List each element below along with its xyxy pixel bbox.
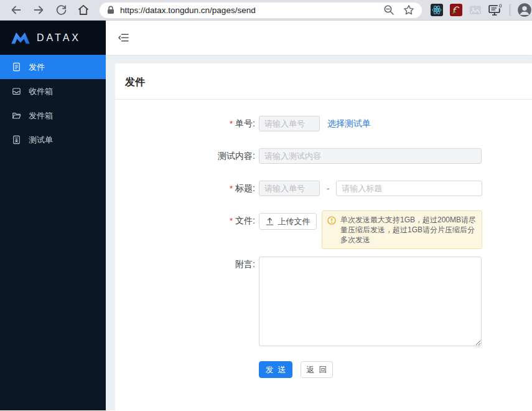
title-input[interactable] xyxy=(336,181,482,196)
title-prefix-input[interactable] xyxy=(259,181,320,196)
app-shell: DATAX 发件 收件箱 发件箱 xyxy=(0,21,532,410)
form-actions: 发送 返回 xyxy=(115,361,532,378)
file-field: 上传文件 单次发送最大支持1GB，超过200MB请尽量压缩后发送，超过1GB请分… xyxy=(259,213,482,249)
sidebar: DATAX 发件 收件箱 发件箱 xyxy=(0,21,106,410)
required-marker: * xyxy=(230,119,233,128)
main-area: 发件 *单号: 选择测试单 xyxy=(106,21,532,410)
title-label: *标题: xyxy=(115,181,255,194)
toolbar-divider xyxy=(510,4,510,16)
sidebar-item-inbox[interactable]: 收件箱 xyxy=(0,79,106,103)
url-text[interactable]: https://datax.tongdun.cn/pages/send xyxy=(120,6,256,15)
topbar xyxy=(106,21,532,55)
sidebar-menu: 发件 收件箱 发件箱 测试单 xyxy=(0,55,106,152)
sidebar-item-send[interactable]: 发件 xyxy=(0,55,106,79)
order-number-field: 选择测试单 xyxy=(259,116,371,131)
upload-file-button[interactable]: 上传文件 xyxy=(259,213,317,230)
title-separator: - xyxy=(327,184,329,193)
send-file-icon xyxy=(12,62,21,72)
upload-icon xyxy=(266,217,274,225)
required-marker: * xyxy=(230,216,233,225)
datax-logo: DATAX xyxy=(0,21,106,55)
logo-text: DATAX xyxy=(37,32,81,44)
sidebar-item-outbox[interactable]: 发件箱 xyxy=(0,103,106,128)
outbox-folder-icon xyxy=(12,111,21,120)
home-icon[interactable] xyxy=(77,4,90,16)
test-order-icon xyxy=(12,135,21,144)
select-test-order-link[interactable]: 选择测试单 xyxy=(327,118,371,130)
test-content-field xyxy=(259,148,482,164)
reload-icon[interactable] xyxy=(55,4,67,16)
note-field xyxy=(259,257,482,346)
required-marker: * xyxy=(230,184,233,193)
sidebar-item-label: 发件 xyxy=(29,62,45,73)
warning-text: 单次发送最大支持1GB，超过200MB请尽量压缩后发送，超过1GB请分片压缩后分… xyxy=(340,215,476,244)
back-button[interactable]: 返回 xyxy=(301,361,333,378)
lock-icon xyxy=(107,6,114,14)
content-area: 发件 *单号: 选择测试单 xyxy=(106,55,532,410)
note-label: 附言: xyxy=(115,257,255,270)
order-number-label: *单号: xyxy=(115,116,255,130)
note-row: 附言: xyxy=(115,257,532,346)
flash-extension-icon[interactable] xyxy=(450,4,462,16)
test-content-row: 测试内容: xyxy=(115,148,532,164)
send-button[interactable]: 发送 xyxy=(259,361,292,378)
react-extension-icon[interactable] xyxy=(431,4,443,16)
test-content-input[interactable] xyxy=(259,148,482,164)
send-form-card: 发件 *单号: 选择测试单 xyxy=(115,64,532,410)
file-label: *文件: xyxy=(115,213,255,227)
title-field: - xyxy=(259,181,482,196)
order-number-row: *单号: 选择测试单 xyxy=(115,116,532,131)
sidebar-item-test-order[interactable]: 测试单 xyxy=(0,128,106,152)
address-bar[interactable]: https://datax.tongdun.cn/pages/send xyxy=(100,2,422,18)
browser-toolbar: https://datax.tongdun.cn/pages/send 0 xyxy=(0,0,532,21)
upload-button-label: 上传文件 xyxy=(278,216,310,227)
warning-info-icon xyxy=(327,216,336,227)
back-icon[interactable] xyxy=(10,4,22,16)
test-content-label: 测试内容: xyxy=(115,148,255,162)
inbox-icon xyxy=(12,87,21,96)
order-number-input[interactable] xyxy=(259,116,320,131)
datax-logo-mark-icon xyxy=(10,31,31,45)
menu-fold-icon[interactable] xyxy=(118,33,129,42)
note-textarea[interactable] xyxy=(259,257,482,346)
title-row: *标题: - xyxy=(115,181,532,196)
bookmark-star-icon[interactable] xyxy=(403,4,414,16)
sidebar-item-label: 测试单 xyxy=(29,135,53,146)
upload-size-warning: 单次发送最大支持1GB，超过200MB请尽量压缩后发送，超过1GB请分片压缩后分… xyxy=(322,210,482,249)
page-title: 发件 xyxy=(115,64,532,99)
send-form: *单号: 选择测试单 测试内容: xyxy=(115,100,532,378)
extension-area: 0 xyxy=(431,2,532,17)
disabled-extension-icon[interactable] xyxy=(469,5,482,16)
svg-text:0: 0 xyxy=(499,4,502,9)
sidebar-item-label: 发件箱 xyxy=(29,110,53,121)
file-row: *文件: 上传文件 xyxy=(115,213,532,249)
forward-icon[interactable] xyxy=(32,4,45,16)
profile-avatar-icon[interactable] xyxy=(517,2,532,17)
screen-capture-extension-icon[interactable]: 0 xyxy=(488,4,503,16)
zoom-out-icon[interactable] xyxy=(383,4,394,16)
sidebar-item-label: 收件箱 xyxy=(29,86,53,97)
